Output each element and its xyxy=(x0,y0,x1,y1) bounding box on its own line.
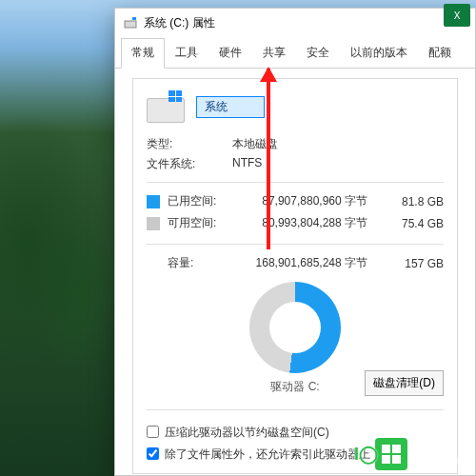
free-swatch-icon xyxy=(147,217,160,230)
annotation-arrow-icon xyxy=(267,69,270,249)
properties-dialog: 系统 (C:) 属性 ✕ 常规 工具 硬件 共享 安全 以前的版本 配额 系统 … xyxy=(114,8,476,476)
usage-pie-chart xyxy=(249,282,341,373)
tab-security[interactable]: 安全 xyxy=(296,38,340,69)
row-capacity: 容量: 168,901,685,248 字节 157 GB xyxy=(147,252,444,274)
watermark-logo-icon: I◯ xyxy=(375,438,407,470)
tab-content: 系统 类型: 本地磁盘 文件系统: NTFS 已用空间: 87,907,880,… xyxy=(115,69,475,475)
row-filesystem: 文件系统: NTFS xyxy=(147,156,444,172)
general-group: 系统 类型: 本地磁盘 文件系统: NTFS 已用空间: 87,907,880,… xyxy=(132,78,458,474)
tab-previous[interactable]: 以前的版本 xyxy=(340,38,418,69)
tab-bar: 常规 工具 硬件 共享 安全 以前的版本 配额 xyxy=(115,37,475,69)
tab-tools[interactable]: 工具 xyxy=(165,38,208,69)
tab-sharing[interactable]: 共享 xyxy=(252,38,296,69)
tab-general[interactable]: 常规 xyxy=(121,38,165,69)
index-checkbox[interactable] xyxy=(147,447,159,460)
row-used-space: 已用空间: 87,907,880,960 字节 81.8 GB xyxy=(147,190,444,212)
svg-rect-1 xyxy=(132,17,136,20)
chart-caption: 驱动器 C: xyxy=(270,379,319,395)
volume-name-input[interactable]: 系统 xyxy=(196,96,265,118)
used-swatch-icon xyxy=(147,195,160,208)
disk-cleanup-button[interactable]: 磁盘清理(D) xyxy=(365,370,444,396)
excel-taskbar-icon[interactable]: X xyxy=(444,4,470,27)
row-type: 类型: 本地磁盘 xyxy=(147,136,444,152)
compress-checkbox[interactable] xyxy=(147,426,159,438)
tab-quota[interactable]: 配额 xyxy=(418,38,462,69)
tab-hardware[interactable]: 硬件 xyxy=(208,38,252,69)
volume-icon xyxy=(147,90,185,123)
watermark: I◯ Win10 系统之家官网 xyxy=(375,438,470,470)
titlebar: 系统 (C:) 属性 ✕ xyxy=(115,9,475,37)
window-title: 系统 (C:) 属性 xyxy=(144,15,429,31)
row-free-space: 可用空间: 80,993,804,288 字节 75.4 GB xyxy=(147,212,444,234)
space-table: 已用空间: 87,907,880,960 字节 81.8 GB 可用空间: 80… xyxy=(147,190,444,234)
svg-rect-0 xyxy=(125,21,136,28)
drive-icon xyxy=(123,15,138,30)
